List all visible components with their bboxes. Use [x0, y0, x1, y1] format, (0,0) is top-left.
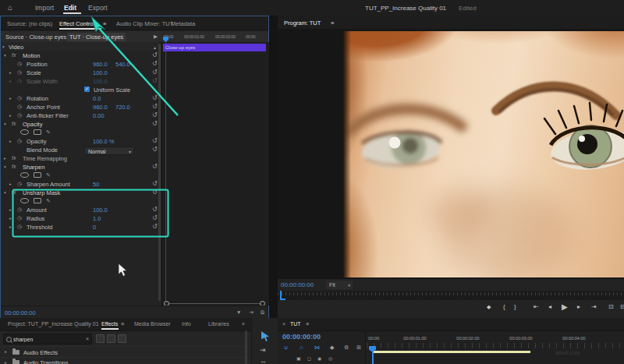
reset-icon[interactable]: ↺: [152, 146, 158, 153]
rect-mask-icon[interactable]: [34, 172, 41, 178]
reset-icon[interactable]: ↺: [152, 94, 158, 101]
twirl-closed-icon[interactable]: ▸: [9, 70, 12, 75]
ec-value[interactable]: 960.0: [93, 104, 108, 111]
chevron-down-icon[interactable]: ▾: [60, 34, 62, 39]
ec-row-amount[interactable]: ▸ ◷ Amount 100.0 ↺: [1, 205, 158, 214]
tab-libraries[interactable]: Libraries: [208, 321, 229, 327]
video-frame[interactable]: [343, 31, 624, 277]
program-scrubber[interactable]: [278, 291, 624, 300]
ec-horizontal-scrollbar[interactable]: [167, 303, 261, 304]
ec-value[interactable]: 0.00: [93, 112, 105, 119]
ec-row-radius[interactable]: ▸ ◷ Radius 1.0 ↺: [1, 214, 158, 222]
ec-row-motion[interactable]: ▾ fx Motion ↺: [1, 51, 158, 59]
twirl-open-icon[interactable]: ▾: [4, 53, 6, 58]
reset-icon[interactable]: ↺: [152, 137, 158, 144]
yuv-effects-filter-icon[interactable]: [118, 334, 126, 343]
ellipse-mask-icon[interactable]: [20, 172, 29, 178]
ec-row-opacity[interactable]: ▸ ◷ Opacity 100.0 % ↺: [1, 136, 158, 145]
reset-icon[interactable]: ↺: [152, 51, 158, 58]
timeline-settings-icon[interactable]: ⚙: [344, 345, 349, 350]
stopwatch-icon[interactable]: ◷: [17, 181, 22, 187]
tab-program[interactable]: Program: TUT: [284, 19, 321, 27]
reset-icon[interactable]: ↺: [152, 69, 158, 76]
reset-icon[interactable]: ↺: [152, 163, 158, 170]
track-sync-icon[interactable]: ◉: [317, 356, 321, 361]
program-timecode[interactable]: 00:00:00:00: [281, 281, 314, 288]
reset-icon[interactable]: ↺: [152, 180, 158, 187]
reset-icon[interactable]: ↺: [152, 214, 158, 221]
ec-value[interactable]: 50: [93, 181, 99, 188]
ec-row-threshold[interactable]: ▸ ◷ Threshold 0 ↺: [1, 222, 158, 231]
rect-mask-icon[interactable]: [34, 129, 41, 135]
tab-media-browser[interactable]: Media Browser: [134, 321, 171, 327]
twirl-closed-icon[interactable]: ▸: [9, 207, 12, 212]
stopwatch-icon[interactable]: ◷: [17, 215, 22, 221]
twirl-closed-icon[interactable]: ▸: [5, 349, 7, 354]
tab-audio-clip-mixer[interactable]: Audio Clip Mixer: TUT: [116, 20, 173, 27]
stopwatch-icon[interactable]: ◷: [17, 112, 22, 118]
effect-controls-menu-icon[interactable]: ≡: [103, 20, 106, 27]
ec-row-blend-mode[interactable]: Blend Mode Normal ▾ ↺: [1, 145, 158, 154]
twirl-closed-icon[interactable]: ▸: [9, 224, 12, 229]
go-to-in-button[interactable]: ⇤: [534, 304, 539, 310]
twirl-open-icon[interactable]: ▾: [2, 44, 5, 49]
twirl-open-icon[interactable]: ▾: [4, 164, 6, 169]
stopwatch-icon[interactable]: ◷: [17, 104, 22, 110]
twirl-closed-icon[interactable]: ▸: [9, 182, 12, 186]
ec-row-anti-flicker[interactable]: ▸ ◷ Anti-flicker Filter 0.00 ↺: [1, 111, 158, 119]
home-icon[interactable]: ⌂: [8, 3, 12, 12]
ellipse-mask-icon[interactable]: [20, 129, 29, 135]
timeline-ruler[interactable]: [367, 343, 624, 348]
tab-source[interactable]: Source: (no clips): [7, 20, 52, 27]
collapse-icon[interactable]: ▴: [154, 44, 156, 50]
reset-icon[interactable]: ↺: [152, 111, 158, 118]
pen-mask-icon[interactable]: ✎: [46, 172, 51, 178]
list-item-audio-effects[interactable]: ▸ Audio Effects: [0, 346, 246, 356]
magnet-icon[interactable]: ∩: [300, 345, 303, 350]
rect-mask-icon[interactable]: [34, 198, 41, 203]
zoom-level-select[interactable]: Fit ▾: [326, 281, 353, 289]
work-area-bar[interactable]: [373, 351, 530, 353]
timeline-menu-icon[interactable]: ≡: [306, 321, 309, 327]
clear-search-icon[interactable]: ×: [86, 336, 89, 341]
tab-project[interactable]: Project: TUT_PP_Increase Quality 01: [8, 321, 99, 327]
tab-edit[interactable]: Edit: [64, 4, 76, 12]
ec-value[interactable]: 960.0: [93, 61, 108, 68]
reset-icon[interactable]: ↺: [152, 223, 158, 230]
ec-row-unsharp-mask-header[interactable]: ▾ fx Unsharp Mask ↺: [1, 188, 158, 196]
stopwatch-icon[interactable]: ◷: [17, 207, 22, 213]
ec-row-anchor-point[interactable]: ◷ Anchor Point 960.0 720.0 ↺: [1, 102, 158, 111]
timeline-timecode[interactable]: 00:00:00:00: [282, 333, 321, 341]
reset-icon[interactable]: ↺: [152, 60, 158, 67]
twirl-open-icon[interactable]: ▾: [4, 122, 6, 126]
tab-export[interactable]: Export: [88, 4, 108, 12]
tab-effects[interactable]: Effects: [101, 321, 118, 327]
ec-row-opacity-header[interactable]: ▾ fx Opacity ↺: [1, 119, 158, 128]
tab-effect-controls[interactable]: Effect Controls: [59, 20, 98, 27]
checkbox-checked-icon[interactable]: ✓: [84, 87, 90, 92]
panel-overflow-icon[interactable]: »: [242, 321, 245, 327]
tab-info[interactable]: Info: [182, 321, 191, 327]
tab-timeline-tut[interactable]: TUT: [290, 321, 301, 327]
close-icon[interactable]: ×: [282, 321, 285, 327]
step-forward-button[interactable]: ▸: [577, 304, 580, 310]
ec-value[interactable]: 0: [93, 224, 96, 231]
twirl-closed-icon[interactable]: ▸: [9, 79, 12, 83]
export-frame-button[interactable]: ⊡: [608, 304, 614, 310]
pen-mask-icon[interactable]: ✎: [46, 129, 51, 136]
track-target-icon[interactable]: ◻: [307, 356, 311, 361]
ec-row-scale[interactable]: ▸ ◷ Scale 100.0 ↺: [1, 68, 158, 76]
ec-value[interactable]: 720.0: [115, 104, 130, 111]
ripple-edit-tool[interactable]: ↔: [260, 357, 267, 364]
twirl-closed-icon[interactable]: ▸: [5, 360, 7, 364]
stopwatch-icon[interactable]: ◷: [17, 61, 22, 67]
source-clip-label[interactable]: Source · Close-up eyes: [5, 34, 66, 41]
ec-row-sharpen-header[interactable]: ▾ fx Sharpen ↺: [1, 162, 158, 171]
ec-clip-bar[interactable]: Close-up eyes: [163, 44, 266, 51]
tab-import[interactable]: Import: [35, 4, 54, 12]
linked-selection-icon[interactable]: ⋈: [314, 345, 320, 350]
ec-value[interactable]: 100.0: [93, 69, 108, 76]
ec-row-uniform-scale[interactable]: ✓ Uniform Scale: [1, 85, 158, 94]
ec-value[interactable]: 100.0: [93, 207, 108, 214]
twirl-open-icon[interactable]: ▾: [4, 190, 6, 195]
